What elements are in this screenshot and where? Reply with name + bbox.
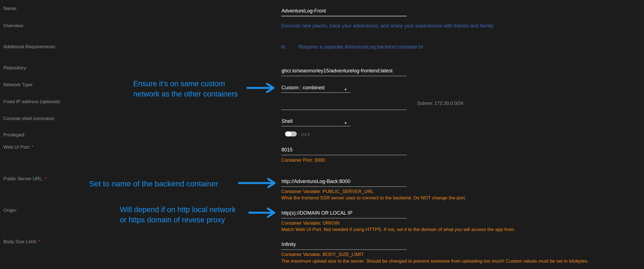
origin-helper-description: Match Web UI Port. Not needed if using H… [281, 226, 515, 233]
network-type-label-text: Network Type: [3, 82, 33, 87]
console-shell-label-text: Console shell command: [3, 116, 55, 121]
chevron-down-icon: ▼ [344, 86, 347, 93]
public-server-url-annotation: Set to name of the backend container [89, 180, 218, 188]
origin-input[interactable] [281, 210, 407, 219]
privileged-label-text: Privileged: [3, 132, 25, 138]
web-ui-port-label-text: Web UI Port: [3, 144, 30, 150]
public-server-url-helper-description: What the frontend SSR server uses to con… [281, 195, 466, 201]
subnet-note: Subnet: 172.20.0.0/24 [417, 101, 463, 106]
body-size-limit-helper-variable: Container Variable: BODY_SIZE_LIMIT [281, 251, 364, 258]
name-label-text: Name: [3, 6, 17, 11]
additional-requirements-text-b: Requires a separate AdventureLog backend… [298, 44, 423, 50]
repository-input[interactable] [281, 67, 407, 76]
web-ui-port-helper: Container Port: 3000 [281, 157, 325, 163]
privileged-toggle-state: OFF [301, 132, 311, 137]
public-server-url-input[interactable] [281, 178, 407, 187]
required-asterisk: * [32, 144, 34, 150]
body-size-limit-label: Body Size Limit:* [3, 239, 41, 245]
privileged-label: Privileged: [3, 132, 25, 138]
origin-label: Origin: [3, 207, 17, 214]
additional-requirements-label-text: Additional Requirements: [3, 44, 56, 49]
fixed-ip-input[interactable] [281, 101, 407, 110]
network-annotation: Ensure it's on same custom network as th… [133, 79, 238, 99]
repository-label: Repository: [3, 65, 27, 71]
origin-annotation-arrow-icon [248, 207, 278, 218]
console-shell-select[interactable]: Shell ▼ [281, 118, 351, 126]
origin-annotation-line2: or https domain of revese proxy [120, 215, 236, 225]
required-asterisk: * [45, 176, 47, 181]
fixed-ip-label-text: Fixed IP address (optional): [3, 99, 61, 104]
network-type-label: Network Type: [3, 82, 33, 88]
console-shell-value: Shell [281, 118, 293, 124]
network-type-value: Custom : combined [281, 85, 324, 90]
body-size-limit-helper-description: The maximum upload size to the server. S… [281, 258, 588, 264]
public-server-url-label-text: Public Server URL: [3, 176, 44, 181]
console-shell-label: Console shell command: [3, 116, 55, 122]
network-type-select[interactable]: Custom : combined ▼ [281, 84, 351, 93]
privileged-toggle[interactable] [285, 131, 297, 136]
origin-helper-variable: Container Variable: ORIGIN [281, 220, 339, 226]
required-asterisk: * [39, 239, 41, 244]
privileged-toggle-knob [285, 131, 291, 136]
body-size-limit-label-text: Body Size Limit: [3, 239, 37, 244]
additional-requirements-label: Additional Requirements: [3, 44, 56, 50]
docker-template-form: Name: Overview: Discover new places, tra… [0, 0, 644, 269]
public-server-url-helper-variable: Container Variable: PUBLIC_SERVER_URL [281, 188, 374, 195]
overview-text: Discover new places, track your adventur… [281, 22, 494, 29]
network-annotation-arrow-icon [246, 83, 278, 93]
name-label: Name: [3, 6, 17, 12]
public-server-url-annotation-arrow-icon [238, 178, 278, 188]
fixed-ip-label: Fixed IP address (optional): [3, 99, 61, 105]
network-annotation-line1: Ensure it's on same custom [133, 79, 238, 89]
origin-annotation-line1: Will depend if on http local network [120, 205, 236, 215]
overview-label-text: Overview: [3, 23, 24, 28]
web-ui-port-label: Web UI Port:* [3, 144, 34, 150]
repository-label-text: Repository: [3, 65, 27, 70]
overview-label: Overview: [3, 23, 24, 29]
chevron-down-icon: ▼ [344, 120, 347, 127]
body-size-limit-input[interactable] [281, 241, 407, 250]
origin-label-text: Origin: [3, 208, 17, 213]
web-ui-port-input[interactable] [281, 146, 407, 155]
origin-annotation: Will depend if on http local network or … [120, 205, 236, 225]
name-input[interactable] [281, 7, 407, 16]
public-server-url-label: Public Server URL:* [3, 176, 47, 182]
additional-requirements-text-a: br [281, 44, 286, 50]
network-annotation-line2: network as the other containers [133, 89, 238, 99]
